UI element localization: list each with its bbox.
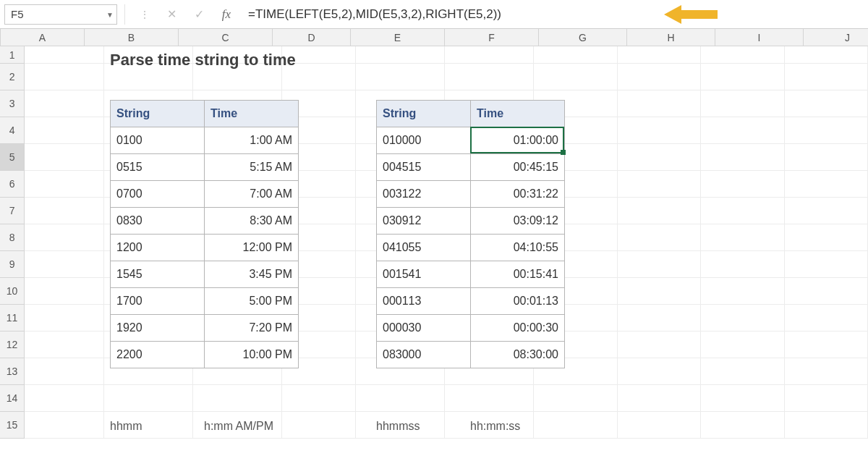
cell-string[interactable]: 0830 [111, 208, 205, 235]
cell[interactable] [701, 412, 784, 439]
cell-string[interactable]: 0515 [111, 154, 205, 181]
cell[interactable] [618, 305, 701, 332]
cell[interactable] [445, 385, 534, 412]
cell[interactable] [193, 385, 282, 412]
cell[interactable] [25, 117, 104, 144]
cell[interactable] [701, 332, 784, 358]
cell[interactable] [701, 144, 784, 171]
cell-string[interactable]: 041055 [377, 235, 471, 261]
accept-icon[interactable]: ✓ [192, 7, 206, 22]
cell[interactable] [701, 117, 784, 144]
cell[interactable] [701, 171, 784, 198]
row-header-6[interactable]: 6 [0, 171, 25, 198]
column-header-c[interactable]: C [179, 29, 273, 46]
cell-time[interactable]: 7:00 AM [205, 181, 299, 208]
row-header-8[interactable]: 8 [0, 224, 25, 251]
fx-icon[interactable]: fx [219, 7, 234, 22]
cell[interactable] [25, 224, 104, 251]
cell[interactable] [25, 64, 104, 90]
worksheet[interactable]: ABCDEFGHIJ 123456789101112131415 Parse t… [0, 29, 868, 456]
cell[interactable] [618, 385, 701, 412]
column-header-f[interactable]: F [445, 29, 539, 46]
cell[interactable] [701, 358, 784, 385]
cell[interactable] [701, 198, 784, 224]
name-box[interactable]: F5 ▼ [4, 4, 117, 25]
cell-string[interactable]: 1920 [111, 315, 205, 342]
row-header-10[interactable]: 10 [0, 278, 25, 305]
cell[interactable] [785, 332, 868, 358]
column-header-g[interactable]: G [539, 29, 627, 46]
cell[interactable] [25, 251, 104, 278]
cell[interactable] [701, 385, 784, 412]
cell-time[interactable]: 08:30:00 [471, 342, 565, 368]
cell[interactable] [701, 251, 784, 278]
row-header-7[interactable]: 7 [0, 198, 25, 224]
cell[interactable] [785, 305, 868, 332]
cell[interactable] [356, 46, 445, 64]
cell-time[interactable]: 3:45 PM [205, 261, 299, 288]
row-header-15[interactable]: 15 [0, 412, 25, 439]
cell[interactable] [25, 198, 104, 224]
column-header-b[interactable]: B [85, 29, 179, 46]
column-header-i[interactable]: I [715, 29, 804, 46]
cell[interactable] [785, 46, 868, 64]
cell-time[interactable]: 00:15:41 [471, 261, 565, 288]
name-box-dropdown-icon[interactable]: ▼ [106, 10, 114, 18]
column-header-h[interactable]: H [627, 29, 715, 46]
cell[interactable] [785, 224, 868, 251]
cell[interactable] [25, 144, 104, 171]
cell-time[interactable]: 03:09:12 [471, 208, 565, 235]
cell-string[interactable]: 000113 [377, 288, 471, 315]
row-header-12[interactable]: 12 [0, 332, 25, 358]
cell[interactable] [25, 90, 104, 117]
cell-string[interactable]: 2200 [111, 342, 205, 368]
cell-time[interactable]: 5:15 AM [205, 154, 299, 181]
cell[interactable] [445, 64, 534, 90]
cell[interactable] [785, 278, 868, 305]
cell[interactable] [618, 412, 701, 439]
cell-time[interactable]: 8:30 AM [205, 208, 299, 235]
row-header-9[interactable]: 9 [0, 251, 25, 278]
cell[interactable] [618, 224, 701, 251]
cell[interactable] [356, 385, 445, 412]
cell-string[interactable]: 1200 [111, 235, 205, 261]
cell-time[interactable]: 12:00 PM [205, 235, 299, 261]
cancel-icon[interactable]: ✕ [164, 7, 179, 22]
cell[interactable] [785, 251, 868, 278]
cell[interactable] [282, 412, 356, 439]
cell-time[interactable]: 00:00:30 [471, 315, 565, 342]
cell[interactable] [25, 305, 104, 332]
cell-string[interactable]: 1700 [111, 288, 205, 315]
cell[interactable] [618, 64, 701, 90]
cell-string[interactable]: 003122 [377, 181, 471, 208]
row-header-13[interactable]: 13 [0, 358, 25, 385]
cell[interactable] [534, 64, 617, 90]
cell[interactable] [701, 224, 784, 251]
row-header-2[interactable]: 2 [0, 64, 25, 90]
cell[interactable] [785, 117, 868, 144]
cell-string[interactable]: 1545 [111, 261, 205, 288]
cell[interactable] [25, 412, 104, 439]
cell[interactable] [618, 171, 701, 198]
cell-time[interactable]: 1:00 AM [205, 127, 299, 154]
column-header-e[interactable]: E [351, 29, 445, 46]
cell[interactable] [701, 305, 784, 332]
cell-time[interactable]: 00:01:13 [471, 288, 565, 315]
row-header-3[interactable]: 3 [0, 90, 25, 117]
cell[interactable] [618, 278, 701, 305]
cell-time[interactable]: 7:20 PM [205, 315, 299, 342]
cell[interactable] [25, 46, 104, 64]
cell-time[interactable]: 5:00 PM [205, 288, 299, 315]
cell[interactable] [618, 117, 701, 144]
cell[interactable] [445, 46, 534, 64]
cell[interactable] [356, 64, 445, 90]
cell[interactable] [534, 46, 617, 64]
row-header-5[interactable]: 5 [0, 144, 25, 171]
cell-string[interactable]: 000030 [377, 315, 471, 342]
cell[interactable] [701, 90, 784, 117]
row-header-11[interactable]: 11 [0, 305, 25, 332]
cell-string[interactable]: 001541 [377, 261, 471, 288]
cell[interactable] [785, 412, 868, 439]
row-header-14[interactable]: 14 [0, 385, 25, 412]
cell-string[interactable]: 0100 [111, 127, 205, 154]
